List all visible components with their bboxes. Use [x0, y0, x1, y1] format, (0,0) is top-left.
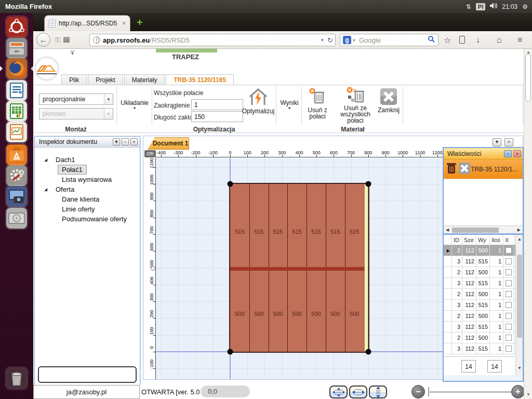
reload-icon[interactable]: ↻ — [327, 36, 333, 44]
disks-icon[interactable] — [5, 207, 28, 230]
tree-item-dach1[interactable]: ◢Dach1 — [35, 155, 140, 165]
row-checkbox[interactable] — [506, 280, 512, 286]
table-row[interactable]: 21125001 — [444, 311, 523, 322]
inspector-title-bar[interactable]: Inspektor dokumentu ▼ − × — [35, 137, 140, 148]
table-row[interactable]: 31125151 — [444, 300, 523, 311]
home-icon[interactable]: ⌂ — [497, 35, 502, 45]
document-tab[interactable]: Document 1 — [148, 137, 189, 150]
page-scrollbar[interactable]: ▲ ▼ — [524, 49, 532, 399]
panel-dropdown-icon[interactable]: ▼ — [113, 138, 120, 145]
writer-icon[interactable] — [5, 79, 28, 102]
volume-icon[interactable] — [490, 3, 497, 10]
scrollbar-thumb[interactable] — [517, 255, 522, 338]
zoom-slider[interactable] — [428, 391, 512, 393]
panel-minimize-icon[interactable]: − — [504, 150, 512, 157]
firefox-icon[interactable] — [5, 57, 28, 80]
tree-item-podsumowanie-oferty[interactable]: Podsumowanie oferty — [35, 214, 140, 224]
remove-from-slope-button[interactable]: Usuń z połaci — [303, 86, 332, 124]
table-row[interactable]: 31125151 — [444, 278, 523, 289]
url-dropdown-icon[interactable]: ▼ — [320, 38, 324, 43]
results-button[interactable]: Wyniki ▼ — [278, 86, 301, 124]
ribbon-tab-projekt[interactable]: Projekt — [88, 74, 123, 85]
row-checkbox[interactable] — [506, 313, 512, 319]
site-identity-globe-icon[interactable] — [93, 36, 100, 44]
corner-handle[interactable] — [365, 181, 371, 187]
deselect-icon[interactable] — [458, 162, 471, 176]
horizontal-scrollbar[interactable]: ◀ ▶ — [444, 225, 523, 234]
overlap-input[interactable]: 150 — [191, 111, 243, 122]
column-header[interactable]: X — [503, 235, 514, 245]
corner-handle[interactable] — [228, 349, 233, 355]
bookmarks-list-icon[interactable] — [459, 36, 465, 44]
column-header[interactable]: Iloś — [490, 235, 503, 245]
corner-handle[interactable] — [365, 349, 371, 355]
calc-icon[interactable] — [5, 100, 28, 123]
zoom-out-button[interactable]: − — [411, 385, 425, 398]
panel-close-icon[interactable]: × — [513, 150, 521, 157]
layout-mode-combo[interactable]: proporcjonalnie ▼ — [39, 94, 113, 105]
table-row[interactable]: 21125001 — [444, 289, 523, 300]
combo-dropdown-icon[interactable]: ▼ — [104, 94, 113, 104]
fit-height-button[interactable] — [369, 385, 387, 398]
column-header[interactable]: Wy — [476, 235, 490, 245]
ribbon-tab-materia-y[interactable]: Materiały — [124, 74, 165, 85]
document-list-dropdown-icon[interactable]: ▼ — [493, 138, 501, 147]
row-checkbox[interactable] — [506, 291, 512, 297]
rounding-input[interactable]: 1 — [191, 99, 243, 110]
grid-icon[interactable] — [63, 37, 70, 43]
fit-width-button[interactable] — [349, 385, 367, 398]
tree-item-dane-klienta[interactable]: Dane klienta — [35, 194, 140, 204]
optimize-button[interactable]: Optymalizuj — [240, 86, 276, 124]
search-engine-dropdown-icon[interactable]: ▼ — [352, 38, 356, 42]
panel-close-icon[interactable]: × — [130, 138, 138, 145]
row-checkbox[interactable] — [506, 335, 512, 341]
back-button[interactable]: ← — [36, 33, 50, 47]
menu-icon[interactable]: ≡ — [517, 35, 522, 45]
table-row[interactable]: 21125001 — [444, 332, 523, 343]
browser-tab[interactable]: http://ap...SD5/RSD5 × — [44, 15, 130, 31]
downloads-icon[interactable]: ↓ — [476, 35, 480, 45]
row-checkbox[interactable] — [506, 302, 512, 308]
scrollbar-thumb[interactable] — [452, 228, 499, 233]
bookmark-star-icon[interactable]: ☆ — [444, 35, 451, 45]
column-header[interactable]: Sze — [462, 235, 476, 245]
tree-item-oferta[interactable]: ◢Oferta — [35, 184, 140, 194]
table-vertical-scrollbar[interactable]: ▲ ▼ — [515, 235, 523, 376]
tree-item-linie-oferty[interactable]: Linie oferty — [35, 204, 140, 214]
row-checkbox[interactable] — [506, 345, 512, 352]
scroll-down-icon[interactable]: ▼ — [517, 366, 522, 370]
scrollbar-thumb[interactable] — [525, 54, 531, 102]
tree-item-połać1[interactable]: Połać1 — [35, 165, 140, 175]
layout-button[interactable]: Układanie ▼ — [118, 86, 151, 124]
row-checkbox[interactable] — [506, 247, 512, 254]
remove-from-all-slopes-button[interactable]: Usuń ze wszystkich połaci — [333, 86, 378, 124]
ribbon-collapse-icon[interactable]: ▼ — [70, 51, 75, 56]
fit-all-button[interactable] — [329, 385, 348, 398]
trash-icon[interactable] — [5, 367, 28, 390]
scroll-right-icon[interactable]: ▶ — [517, 228, 521, 232]
search-magnifier-icon[interactable] — [428, 35, 435, 45]
table-row[interactable]: 31125151 — [444, 256, 523, 267]
unit-button[interactable]: cm — [144, 150, 156, 157]
tab-close-icon[interactable]: × — [122, 20, 126, 27]
software-center-icon[interactable] — [5, 143, 28, 166]
clock[interactable]: 21:03 — [502, 3, 517, 10]
column-header[interactable]: ID — [452, 235, 462, 245]
new-tab-button[interactable]: + — [137, 17, 143, 28]
panel-minimize-icon[interactable]: − — [122, 138, 129, 145]
network-arrows-icon[interactable]: ⇅ — [466, 3, 471, 10]
screenshot-icon[interactable] — [5, 185, 28, 208]
table-row[interactable]: ▶21125001 — [444, 245, 523, 256]
app-logo[interactable] — [34, 56, 59, 81]
properties-title-bar[interactable]: Właściwości − × — [444, 148, 523, 159]
material-row[interactable]: TRB-35 1120/1165 — [444, 159, 523, 179]
tree-expander-icon[interactable]: ◢ — [44, 157, 47, 162]
ubuntu-dash-icon[interactable] — [5, 16, 28, 38]
scroll-left-icon[interactable]: ◀ — [446, 228, 449, 232]
close-material-button[interactable]: Zamknij — [376, 86, 402, 124]
table-row[interactable]: 31125151 — [444, 343, 523, 354]
tree-expander-icon[interactable]: ◢ — [44, 187, 47, 192]
tree-item-lista-wymiarowa[interactable]: Lista wymiarowa — [35, 175, 140, 184]
zoom-in-button[interactable]: + — [511, 385, 525, 398]
keyboard-layout-indicator[interactable]: Pl — [476, 3, 485, 10]
